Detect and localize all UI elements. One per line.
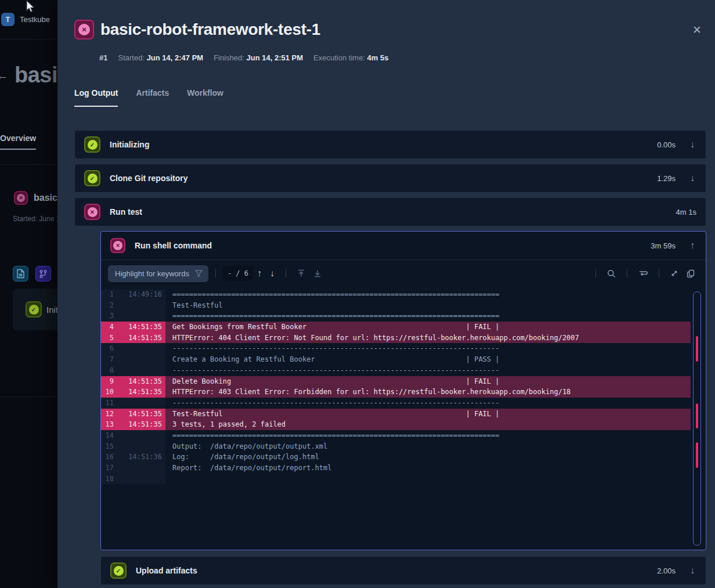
expand-icon[interactable] (670, 269, 678, 277)
log-line-text: HTTPError: 404 Client Error: Not Found f… (165, 333, 691, 344)
log-line-text (165, 474, 691, 485)
step-row-initializing[interactable]: ✓ Initializing 0.00s ↓ (74, 130, 706, 159)
log-line-gutter: 17 (101, 463, 165, 474)
run-shell-command-panel: ✕ Run shell command 3m 59s ↑ Highlight f… (100, 231, 706, 550)
log-line-number: 12 (101, 409, 114, 420)
pass-status-icon: ✓ (110, 562, 127, 579)
finished-label: Finished: (214, 53, 244, 62)
fail-status-icon: ✕ (110, 238, 125, 253)
file-icon[interactable] (13, 266, 28, 282)
log-line-number: 13 (101, 419, 114, 430)
log-line: 414:51:35Get Bookings from Restful Booke… (101, 322, 691, 333)
scroll-to-top-icon[interactable] (297, 269, 305, 277)
log-line-text: ----------------------------------------… (165, 343, 691, 354)
step-duration: 3m 59s (651, 241, 676, 250)
pass-status-icon: ✓ (84, 136, 100, 153)
log-line-text: ----------------------------------------… (165, 398, 691, 409)
log-line-gutter: 514:51:35 (101, 333, 165, 344)
log-line-timestamp: 14:51:35 (114, 322, 165, 333)
log-line-text: ========================================… (165, 430, 691, 441)
step-row-run-shell-command[interactable]: ✕ Run shell command 3m 59s ↑ (101, 232, 706, 260)
log-line-number: 10 (101, 387, 114, 398)
log-lines[interactable]: 114:49:16===============================… (101, 287, 691, 550)
close-icon[interactable]: ✕ (692, 23, 702, 37)
scrollbar-error-mark (696, 442, 698, 468)
log-line-timestamp (114, 311, 165, 322)
log-line: 15Output: /data/repo/output/output.xml (101, 441, 691, 452)
log-line: 1614:51:36Log: /data/repo/output/log.htm… (101, 452, 691, 463)
chevron-down-icon[interactable]: ↓ (688, 173, 696, 183)
divider (659, 269, 659, 278)
log-line: 1314:51:353 tests, 1 passed, 2 failed (101, 419, 691, 430)
execution-time-value: 4m 5s (367, 53, 389, 62)
execution-card-title[interactable]: basic (34, 193, 57, 203)
log-line: 1014:51:35HTTPError: 403 Client Error: F… (101, 387, 691, 398)
tab-artifacts[interactable]: Artifacts (136, 88, 169, 107)
log-line-gutter: 2 (101, 300, 165, 311)
log-line: 114:49:16===============================… (101, 289, 691, 300)
log-toolbar: Highlight for keywords - / 6 ↑ ↓ (101, 260, 706, 287)
screen: T Testkube F ← basic Overview Ex ✕ basic… (0, 0, 715, 588)
log-scrollbar[interactable] (693, 291, 701, 546)
step-label: Upload artifacts (136, 566, 197, 575)
background-tab-overview[interactable]: Overview (0, 134, 36, 150)
log-line-gutter: 1314:51:35 (101, 419, 165, 430)
background-step-row[interactable]: ✓ Init (13, 288, 57, 330)
log-line-timestamp (114, 463, 165, 474)
log-line-number: 17 (101, 463, 114, 474)
step-row-clone-git[interactable]: ✓ Clone Git repository 1.29s ↓ (74, 164, 706, 193)
log-line-text: Log: /data/repo/output/log.html (165, 452, 691, 463)
log-line-number: 6 (101, 343, 114, 354)
log-line-timestamp: 14:49:16 (114, 289, 165, 300)
log-line-gutter: 8 (101, 365, 165, 376)
execution-card-subtitle: Started: June 1 (13, 215, 60, 223)
log-line-timestamp: 14:51:35 (114, 376, 165, 387)
log-line-gutter: 414:51:35 (101, 322, 165, 333)
step-label: Run test (110, 207, 142, 217)
log-line: 514:51:35HTTPError: 404 Client Error: No… (101, 333, 691, 344)
log-line-gutter: 1614:51:36 (101, 452, 165, 463)
divider (215, 269, 216, 278)
log-line: 7Create a Booking at Restful Booker | PA… (101, 354, 691, 365)
step-row-run-test[interactable]: ✕ Run test 4m 1s (74, 197, 706, 226)
match-counter: - / 6 (223, 266, 253, 281)
log-line-timestamp: 14:51:35 (114, 333, 165, 344)
log-line-gutter: 3 (101, 311, 165, 322)
step-label: Initializing (110, 140, 149, 149)
highlight-keywords-input[interactable]: Highlight for keywords (108, 265, 208, 282)
step-label: Clone Git repository (110, 174, 188, 183)
next-match-icon[interactable]: ↓ (270, 268, 275, 279)
previous-match-icon[interactable]: ↑ (257, 268, 262, 279)
log-line-gutter: 14 (101, 430, 165, 441)
log-line: 3=======================================… (101, 311, 691, 322)
git-branch-icon[interactable] (35, 266, 51, 282)
step-duration: 0.00s (657, 140, 676, 149)
log-line-number: 5 (101, 333, 114, 344)
log-line-gutter: 1214:51:35 (101, 409, 165, 420)
step-duration: 2.00s (657, 567, 676, 575)
divider (0, 164, 57, 165)
back-arrow-icon[interactable]: ← (0, 68, 10, 83)
tab-log-output[interactable]: Log Output (74, 88, 118, 107)
log-line-gutter: 11 (101, 398, 165, 409)
log-line-timestamp (114, 300, 165, 311)
wrap-text-icon[interactable] (638, 269, 648, 277)
log-line-number: 8 (101, 365, 114, 376)
log-line-text: Delete Booking | FAIL | (165, 376, 691, 387)
log-line: 11--------------------------------------… (101, 398, 691, 409)
search-icon[interactable] (607, 269, 616, 278)
log-line: 1214:51:35Test-Restful | FAIL | (101, 409, 691, 420)
chevron-down-icon[interactable]: ↓ (688, 139, 696, 150)
log-line-text: Test-Restful | FAIL | (165, 409, 691, 420)
testkube-logo[interactable]: T (1, 13, 15, 26)
tab-workflow[interactable]: Workflow (187, 88, 223, 107)
log-line-gutter: 6 (101, 343, 165, 354)
copy-icon[interactable] (687, 269, 695, 278)
step-row-upload-artifacts[interactable]: ✓ Upload artifacts 2.00s ↓ (100, 556, 706, 585)
execution-title: basic-robot-framework-test-1 (100, 20, 320, 39)
scroll-to-bottom-icon[interactable] (313, 269, 322, 277)
scrollbar-error-mark (696, 336, 698, 362)
chevron-down-icon[interactable]: ↓ (688, 565, 696, 576)
log-line-number: 3 (101, 311, 114, 322)
chevron-up-icon[interactable]: ↑ (688, 240, 696, 251)
